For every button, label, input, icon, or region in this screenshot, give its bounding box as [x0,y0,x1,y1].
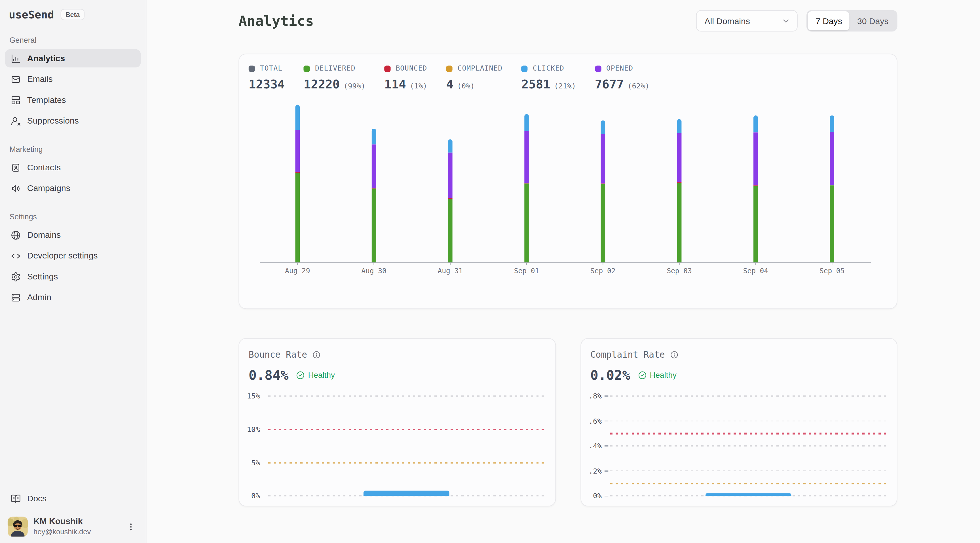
legend-dot [384,65,390,71]
bar-segment-clicked [372,129,376,144]
bar-segment-clicked [524,114,529,131]
sidebar-item-contacts[interactable]: Contacts [5,159,141,177]
sidebar-item-docs[interactable]: Docs [5,489,141,508]
gridline [610,433,887,434]
x-axis-label: Sep 04 [743,267,768,275]
volume-chart: Aug 29Aug 30Aug 31Sep 01Sep 02Sep 03Sep … [260,105,871,263]
stat-complained: COMPLAINED4(0%) [446,64,503,90]
x-axis-label: Sep 03 [667,267,692,275]
stat-percent: (21%) [554,81,576,90]
x-axis-tick [450,262,450,265]
complaint-rate-title: Complaint Rate [590,349,665,360]
bar-segment-delivered [295,173,300,262]
user-menu[interactable]: KM Koushik hey@koushik.dev [5,517,141,537]
stat-bounced: BOUNCED114(1%) [384,64,427,90]
bar-segment-delivered [677,183,682,262]
user-x-icon [11,116,21,126]
stacked-bar [372,129,376,262]
stacked-bar [677,119,682,262]
book-open-icon [11,494,21,503]
globe-icon [11,230,21,240]
stacked-bar [524,114,529,262]
nav-section-label: General [5,36,141,45]
stat-number: 2581 [522,77,550,90]
range-7days-button[interactable]: 7 Days [808,11,850,30]
sidebar-item-admin[interactable]: Admin [5,288,141,306]
stat-label-text: TOTAL [260,64,282,73]
y-axis-label: 15% [239,393,260,400]
sidebar-item-templates[interactable]: Templates [5,90,141,109]
sidebar-item-label: Domains [27,230,61,240]
gridline [610,470,887,472]
stat-percent: (99%) [344,81,366,90]
sidebar-item-label: Admin [27,293,51,302]
y-axis-label: 0% [239,493,260,500]
bar-segment-clicked [448,140,453,152]
bar-segment-delivered [601,184,605,262]
range-30days-button[interactable]: 30 Days [850,11,896,30]
bar-segment-delivered [448,198,453,262]
user-info: KM Koushik hey@koushik.dev [33,517,91,537]
stat-number: 114 [384,77,406,90]
legend-dot [522,65,528,71]
info-icon[interactable] [670,350,678,359]
beta-badge: Beta [60,9,85,21]
chevron-down-icon [781,16,791,25]
rate-cards-row: Bounce Rate 0.84% Healthy 15%10%5%0% [239,338,897,506]
sidebar-item-developer-settings[interactable]: Developer settings [5,246,141,265]
y-axis-tick [604,495,608,497]
nav-section: SettingsDomainsDeveloper settingsSetting… [0,213,146,306]
domain-filter-select[interactable]: All Domains [697,10,798,32]
stat-label-text: OPENED [606,64,633,73]
sidebar-item-campaigns[interactable]: Campaigns [5,179,141,197]
rate-bar [364,490,449,496]
stat-percent: (0%) [457,81,475,90]
sidebar-item-label: Contacts [27,163,61,172]
sidebar-item-label: Developer settings [27,251,98,260]
sidebar-item-settings[interactable]: Settings [5,268,141,286]
sidebar-footer: Docs [0,489,146,543]
gridline [610,395,887,397]
x-axis-label: Sep 05 [819,267,845,275]
x-axis-tick [831,262,832,265]
bar-segment-delivered [830,185,834,262]
bar-segment-delivered [524,184,529,262]
main-content: Analytics All Domains 7 Days 30 Days TOT… [146,0,980,543]
mail-icon [11,74,21,84]
info-icon[interactable] [312,350,320,359]
stat-label: DELIVERED [304,64,366,73]
x-axis-tick [297,262,298,265]
sidebar-item-analytics[interactable]: Analytics [5,49,141,68]
page-header: Analytics All Domains 7 Days 30 Days [239,10,897,32]
stat-value: 12334 [249,77,285,90]
sidebar-item-label: Campaigns [27,184,70,193]
avatar [8,517,28,537]
bounce-rate-chart: 15%10%5%0% [239,392,555,502]
legend-dot [249,65,255,71]
complaint-rate-card: Complaint Rate 0.02% Healthy .8%.6%.4%.2… [580,338,897,506]
sidebar-item-label: Emails [27,75,53,84]
bounce-rate-title: Bounce Rate [249,349,307,360]
y-axis-label: .2% [581,468,601,475]
stat-label: CLICKED [522,64,576,73]
x-axis-tick [603,262,603,265]
user-name: KM Koushik [33,517,91,527]
complaint-rate-chart: .8%.6%.4%.2%0% [581,392,897,502]
bar-segment-delivered [372,189,376,262]
nav-section: MarketingContactsCampaigns [0,145,146,197]
sidebar-item-domains[interactable]: Domains [5,226,141,244]
bar-segment-opened [677,133,682,182]
docs-label: Docs [27,494,46,503]
y-axis-tick [604,446,608,447]
sidebar-item-suppressions[interactable]: Suppressions [5,112,141,130]
stat-percent: (1%) [410,81,427,90]
x-axis-tick [526,262,527,265]
stat-number: 12334 [249,77,285,90]
bar-segment-clicked [753,116,758,133]
gear-icon [11,272,21,282]
kebab-menu-icon[interactable] [126,522,135,531]
sidebar-item-emails[interactable]: Emails [5,70,141,89]
bar-segment-opened [372,144,376,188]
contact-icon [11,162,21,173]
app-logo: useSend [9,8,54,21]
